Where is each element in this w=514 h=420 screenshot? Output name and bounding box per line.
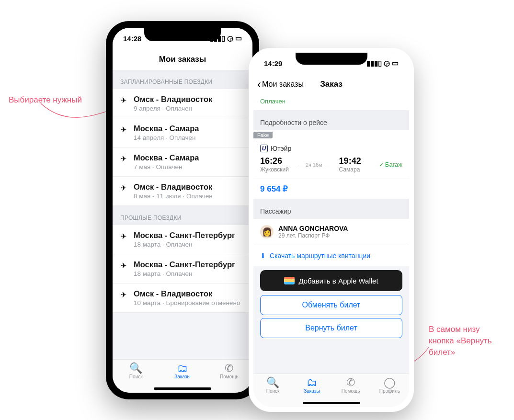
dep-time: 16:26	[260, 156, 289, 166]
trip-row[interactable]: ✈Омск - Владивосток8 мая - 11 июля · Опл…	[113, 177, 252, 206]
wifi-icon: ◶	[227, 34, 233, 43]
add-to-wallet-button[interactable]: Добавить в Apple Wallet	[260, 270, 402, 291]
back-button[interactable]: ‹Мои заказы	[257, 78, 304, 91]
signal-icon: ▮▮▮▯	[366, 59, 382, 68]
arr-time: 19:42	[339, 156, 361, 166]
tab-bar: 🔍Поиск 🗂Заказы ✆Помощь	[113, 359, 252, 393]
notch	[296, 53, 367, 65]
download-label: Скачать маршрутные квитанции	[270, 252, 370, 260]
plane-icon: ✈	[120, 182, 129, 200]
profile-icon: ◯	[370, 377, 409, 388]
trip-sub: 18 марта · Оплачен	[134, 241, 235, 248]
tab-label: Заказы	[165, 374, 200, 379]
arr-city: Самара	[339, 166, 361, 173]
page-title: Заказ	[320, 79, 343, 89]
trip-route: Москва - Самара	[134, 153, 199, 162]
download-icon: ⬇	[260, 252, 268, 260]
wifi-icon: ◶	[384, 59, 390, 68]
carrier-logo-icon: U	[260, 145, 268, 152]
duration: 2ч 16м	[298, 162, 330, 168]
tab-label: Профиль	[370, 388, 409, 394]
refund-ticket-button[interactable]: Вернуть билет	[260, 318, 402, 338]
price: 9 654 ₽	[253, 179, 409, 199]
section-header-flight: Подробности о рейсе	[253, 110, 409, 130]
tab-bar: 🔍Поиск 🗂Заказы ✆Помощь ◯Профиль	[253, 374, 409, 407]
order-status: Оплачен	[253, 95, 409, 110]
phone-order-detail: 14:29 ▮▮▮▯ ◶ ▭ ‹Мои заказы Заказ Оплачен…	[249, 48, 414, 412]
trip-row[interactable]: ✈Москва - Санкт-Петербург18 марта · Опла…	[113, 225, 252, 254]
trip-row[interactable]: ✈Омск - Владивосток9 апреля · Оплачен	[113, 89, 252, 118]
battery-icon: ▭	[392, 59, 399, 68]
annotation-refund: В самом низу кнопка «Вернуть билет»	[429, 324, 505, 358]
carrier: UЮтэйр	[260, 145, 402, 152]
chevron-left-icon: ‹	[257, 78, 261, 91]
nav-bar: Мои заказы	[113, 49, 252, 70]
trip-row[interactable]: ✈Москва - Самара14 апреля · Оплачен	[113, 118, 252, 148]
status-time: 14:29	[264, 59, 282, 68]
plane-icon: ✈	[120, 260, 129, 277]
carrier-name: Ютэйр	[271, 145, 291, 152]
tab-profile[interactable]: ◯Профиль	[370, 377, 409, 394]
passenger-name: ANNA GONCHAROVA	[278, 225, 348, 232]
back-label: Мои заказы	[262, 80, 304, 89]
search-icon: 🔍	[118, 363, 153, 374]
search-icon: 🔍	[253, 377, 292, 388]
trip-sub: 7 мая · Оплачен	[134, 163, 199, 170]
annotation-select: Выбираете нужный	[9, 94, 82, 106]
nav-bar: ‹Мои заказы Заказ	[253, 74, 409, 95]
trip-sub: 14 апреля · Оплачен	[134, 134, 199, 141]
wallet-icon	[284, 277, 295, 284]
dep-city: Жуковский	[260, 166, 289, 173]
tab-search[interactable]: 🔍Поиск	[253, 377, 292, 394]
orders-icon: 🗂	[165, 363, 200, 374]
help-icon: ✆	[331, 377, 370, 388]
passenger-detail: 29 лет. Паспорт РФ	[278, 232, 348, 239]
trip-route: Москва - Санкт-Петербург	[134, 231, 235, 240]
trip-route: Омск - Владивосток	[134, 95, 212, 104]
section-header-planned: ЗАПЛАНИРОВАННЫЕ ПОЕЗДКИ	[113, 70, 252, 89]
plane-icon: ✈	[120, 153, 129, 170]
avatar-icon: 👩	[260, 225, 274, 238]
tab-label: Помощь	[212, 374, 247, 379]
plane-icon: ✈	[120, 124, 129, 141]
home-indicator	[154, 387, 211, 390]
trip-sub: 9 апреля · Оплачен	[134, 105, 212, 112]
trip-route: Омск - Владивосток	[134, 182, 213, 192]
tab-orders[interactable]: 🗂Заказы	[165, 363, 200, 379]
tab-label: Поиск	[253, 388, 292, 394]
section-header-past: ПРОШЛЫЕ ПОЕЗДКИ	[113, 206, 252, 225]
battery-icon: ▭	[235, 34, 242, 43]
section-header-pax: Пассажир	[253, 199, 409, 219]
notch	[144, 28, 221, 41]
plane-icon: ✈	[120, 231, 129, 248]
trip-row[interactable]: ✈Москва - Санкт-Петербург18 марта · Опла…	[113, 254, 252, 284]
trip-route: Омск - Владивосток	[134, 289, 240, 298]
tab-search[interactable]: 🔍Поиск	[118, 363, 153, 379]
download-receipts[interactable]: ⬇ Скачать маршрутные квитанции	[253, 245, 409, 266]
help-icon: ✆	[212, 363, 247, 374]
exchange-ticket-button[interactable]: Обменять билет	[260, 295, 402, 315]
tab-help[interactable]: ✆Помощь	[212, 363, 247, 379]
home-indicator	[303, 402, 360, 404]
trip-sub: 18 марта · Оплачен	[134, 270, 235, 277]
trip-sub: 8 мая - 11 июля · Оплачен	[134, 193, 213, 200]
trip-sub: 10 марта · Бронирование отменено	[134, 299, 240, 306]
status-time: 14:28	[123, 34, 141, 43]
plane-icon: ✈	[120, 95, 129, 112]
fake-badge: Fake	[253, 132, 273, 138]
tab-orders[interactable]: 🗂Заказы	[292, 377, 331, 394]
baggage-badge: Багаж	[379, 161, 402, 168]
wallet-label: Добавить в Apple Wallet	[298, 277, 378, 285]
trip-route: Москва - Санкт-Петербург	[134, 260, 235, 269]
tab-help[interactable]: ✆Помощь	[331, 377, 370, 394]
plane-icon: ✈	[120, 289, 129, 306]
tab-label: Заказы	[292, 388, 331, 394]
tab-label: Поиск	[118, 374, 153, 379]
page-title: Мои заказы	[159, 55, 206, 64]
trip-row[interactable]: ✈Омск - Владивосток10 марта · Бронирован…	[113, 284, 252, 313]
passenger-row[interactable]: 👩 ANNA GONCHAROVA29 лет. Паспорт РФ	[253, 219, 409, 245]
phone-orders-list: 14:28 ▮▮▮▯ ◶ ▭ Мои заказы ЗАПЛАНИРОВАННЫ…	[106, 21, 259, 399]
tab-label: Помощь	[331, 388, 370, 394]
orders-icon: 🗂	[292, 377, 331, 388]
trip-row[interactable]: ✈Москва - Самара7 мая · Оплачен	[113, 148, 252, 177]
